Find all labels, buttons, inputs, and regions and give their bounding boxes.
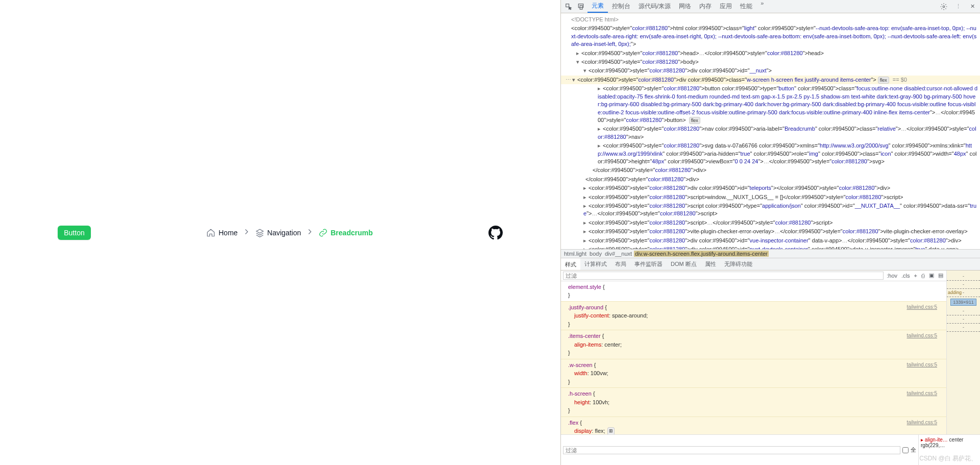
bm-dimensions: 1339×911 [950,299,976,306]
pt-dombreak[interactable]: DOM 断点 [667,258,701,270]
dom-line[interactable]: </color:#994500">style="color:#881280">d… [561,166,980,175]
pt-listeners[interactable]: 事件监听器 [630,258,667,270]
show-all-checkbox[interactable] [902,447,909,453]
devtools-tabs: 元素 控制台 源代码/来源 网络 内存 应用 性能 » [587,0,766,13]
bm-dash: - [947,273,980,281]
close-icon[interactable]: ✕ [967,1,978,12]
breadcrumb-navigation[interactable]: Navigation [255,228,301,237]
dom-line[interactable]: ▸<color:#994500">style="color:#881280">d… [561,245,980,249]
crumb[interactable]: div#__nuxt [604,251,633,257]
css-rule[interactable]: tailwind.css:5.justify-around {justify-c… [561,302,946,331]
bm-dash: - [947,281,980,289]
dom-line[interactable]: ▸<color:#994500">style="color:#881280">v… [561,227,980,236]
computed-list: ▸ align-ite… center rgb(229,… [919,435,980,465]
panel-icon[interactable]: ▣ [928,272,935,279]
ellipsis-icon: ⋯ [564,76,572,84]
dom-line[interactable]: ▸<color:#994500">style="color:#881280">n… [561,125,980,141]
styles-filter-row: :hov .cls + ⎙ ▣ ▤ [561,271,946,281]
flex-badge[interactable]: flex [689,117,700,125]
dom-line[interactable]: ▸<color:#994500">style="color:#881280">s… [561,218,980,227]
chevron-right-icon [242,227,251,238]
css-rule[interactable]: tailwind.css:5.h-screen {height: 100vh;} [561,388,946,417]
pt-props[interactable]: 属性 [701,258,720,270]
tab-sources[interactable]: 源代码/来源 [634,0,675,13]
bm-dash: - [947,315,980,324]
css-rule[interactable]: tailwind.css:5.w-screen {width: 100vw;} [561,359,946,388]
layers-icon [255,228,264,237]
breadcrumb-current-label: Breadcrumb [331,229,373,237]
rule-source[interactable]: tailwind.css:5 [907,361,937,369]
panel-icon[interactable]: ▤ [937,272,944,279]
github-icon[interactable] [488,226,503,240]
link-icon [318,228,328,237]
tabs-overflow[interactable]: » [758,0,766,13]
tab-memory[interactable]: 内存 [695,0,716,13]
rule-source[interactable]: tailwind.css:5 [907,332,937,339]
home-icon [206,228,215,237]
devtools-toolbar: 元素 控制台 源代码/来源 网络 内存 应用 性能 » ⋮ ✕ [561,0,980,13]
dom-line[interactable]: ▾<color:#994500">style="color:#881280">b… [561,58,980,66]
rule-source[interactable]: tailwind.css:5 [907,419,937,426]
styles-footer: 全 ▸ align-ite… center rgb(229,… [561,434,980,465]
crumb[interactable]: html.light [563,251,587,257]
breadcrumb-current[interactable]: Breadcrumb [318,228,373,237]
chevron-right-icon [305,227,314,238]
print-icon[interactable]: ⎙ [920,273,926,279]
cls-toggle[interactable]: .cls [900,273,911,279]
kebab-icon[interactable]: ⋮ [952,1,964,12]
bm-padding-row: adding - [947,289,980,297]
devtools-panel: 元素 控制台 源代码/来源 网络 内存 应用 性能 » ⋮ ✕ <!DOCTYP… [560,0,980,465]
bm-padding-label: adding [948,290,962,295]
bm-dash: - [947,307,980,315]
rule-source[interactable]: tailwind.css:5 [907,303,937,311]
dom-line[interactable]: <color:#994500">style="color:#881280">ht… [561,24,980,48]
css-rule[interactable]: element.style {} [561,281,946,302]
flex-badge[interactable]: flex [878,77,889,84]
tab-console[interactable]: 控制台 [608,0,634,13]
dom-breadcrumb: html.light body div#__nuxt div.w-screen.… [561,249,980,258]
dom-line[interactable]: ▸<color:#994500">style="color:#881280">d… [561,236,980,245]
breadcrumb-home-label: Home [218,229,237,237]
gear-icon[interactable] [938,1,949,12]
breadcrumb-navigation-label: Navigation [267,229,301,237]
hov-toggle[interactable]: :hov [886,273,898,279]
styles-panel: :hov .cls + ⎙ ▣ ▤ element.style {}tailwi… [561,271,980,466]
primary-button[interactable]: Button [58,226,90,240]
dom-line[interactable]: ▸<color:#994500">style="color:#881280">s… [561,141,980,166]
show-all-label: 全 [911,446,916,454]
dom-line[interactable]: ▸<color:#994500">style="color:#881280">h… [561,49,980,58]
tab-performance[interactable]: 性能 [736,0,756,13]
css-rule[interactable]: tailwind.css:5.items-center {align-items… [561,330,946,359]
rule-source[interactable]: tailwind.css:5 [907,389,937,397]
dom-line[interactable]: ▸<color:#994500">style="color:#881280">s… [561,193,980,202]
svg-point-3 [943,6,945,8]
dom-line[interactable]: ▸<color:#994500">style="color:#881280">b… [561,84,980,125]
dom-line[interactable]: <!DOCTYPE html> [561,15,980,24]
styles-filter-input[interactable] [563,272,884,280]
tab-network[interactable]: 网络 [675,0,695,13]
tab-application[interactable]: 应用 [716,0,736,13]
styles-panel-tabs: 样式 计算样式 布局 事件监听器 DOM 断点 属性 无障碍功能 [561,258,980,271]
pt-a11y[interactable]: 无障碍功能 [720,258,756,270]
dom-line-selected[interactable]: ⋯ ▾<color:#994500">style="color:#881280"… [561,76,980,85]
dom-line[interactable]: </color:#994500">style="color:#881280">d… [561,175,980,184]
crumb-selected[interactable]: div.w-screen.h-screen.flex.justify-aroun… [634,251,769,257]
device-icon[interactable] [575,1,586,12]
pt-layout[interactable]: 布局 [611,258,630,270]
pt-styles[interactable]: 样式 [561,258,580,270]
inspect-icon[interactable] [563,1,574,12]
dom-tree[interactable]: <!DOCTYPE html> <color:#994500">style="c… [561,13,980,249]
tab-elements[interactable]: 元素 [587,0,608,13]
breadcrumb: Home Navigation Breadcrumb [206,227,373,238]
plus-icon[interactable]: + [913,273,918,279]
pt-computed[interactable]: 计算样式 [580,258,611,270]
dom-line[interactable]: ▸<color:#994500">style="color:#881280">d… [561,184,980,192]
breadcrumb-home[interactable]: Home [206,228,237,237]
computed-filter-input[interactable] [563,446,900,454]
page-viewport: Button Home Navigation Breadcrumb [0,0,560,465]
crumb[interactable]: body [589,251,603,257]
dom-line[interactable]: ▸<color:#994500">style="color:#881280">s… [561,202,980,218]
bm-dash: - [947,324,980,332]
svg-rect-0 [566,4,569,7]
dom-line[interactable]: ▾<color:#994500">style="color:#881280">d… [561,66,980,75]
